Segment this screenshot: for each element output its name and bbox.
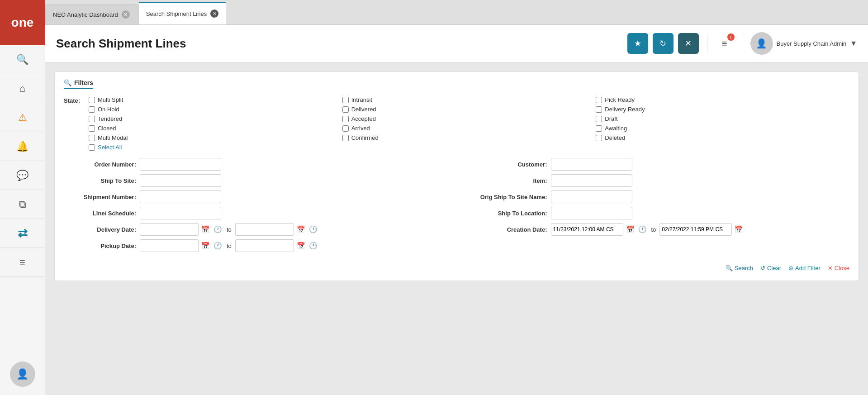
checkbox-deleted[interactable]: Deleted [596,134,849,141]
checkbox-multi-modal[interactable]: Multi Modal [89,134,342,141]
clear-action-button[interactable]: ↺ Clear [760,265,781,271]
checkbox-accepted-input[interactable] [342,116,349,122]
checkbox-pick-ready-input[interactable] [596,97,602,103]
sidebar-item-chat[interactable]: 💬 [0,161,45,190]
checkbox-draft[interactable]: Draft [596,115,849,122]
checkbox-accepted[interactable]: Accepted [342,115,596,122]
tab-search-shipment-label: Search Shipment Lines [146,10,207,17]
creation-date-row: Creation Date: 📅 🕐 to 📅 [466,223,850,236]
add-filter-action-button[interactable]: ⊕ Add Filter [788,265,821,271]
checkbox-on-hold-input[interactable] [89,106,95,113]
item-field[interactable] [551,174,632,187]
checkbox-multi-modal-input[interactable] [89,135,95,141]
tab-neo-dashboard[interactable]: NEO Analytic Dashboard ✕ [45,4,138,24]
pickup-date-calendar-to[interactable]: 📅 [296,241,306,251]
checkbox-multi-split[interactable]: Multi Split [89,96,342,103]
order-number-field[interactable] [140,158,221,171]
checkbox-pick-ready[interactable]: Pick Ready [596,96,849,103]
checkbox-delivery-ready[interactable]: Delivery Ready [596,106,849,113]
creation-date-calendar-from[interactable]: 📅 [625,224,636,234]
pickup-date-to[interactable] [235,239,294,252]
checkbox-confirmed[interactable]: Confirmed [342,134,596,141]
checkbox-awaiting-label: Awaiting [605,125,627,132]
close-action-button[interactable]: ✕ Close [828,265,849,271]
left-fields: Order Number: Ship To Site: Shipment Num… [64,158,448,256]
line-schedule-row: Line/ Schedule: [64,207,448,219]
pickup-date-clock-from[interactable]: 🕐 [213,241,223,251]
pickup-date-clock-to[interactable]: 🕐 [308,241,318,251]
user-dropdown-button[interactable]: ▼ [850,39,857,48]
checkbox-arrived[interactable]: Arrived [342,125,596,132]
sidebar-item-documents[interactable]: ⧉ [0,190,45,219]
checkbox-closed[interactable]: Closed [89,125,342,132]
checkbox-multi-modal-label: Multi Modal [98,134,128,141]
checkbox-awaiting[interactable]: Awaiting [596,125,849,132]
refresh-button[interactable]: ↻ [653,33,674,54]
checkbox-on-hold[interactable]: On Hold [89,106,342,113]
tab-neo-dashboard-label: NEO Analytic Dashboard [53,11,118,18]
search-action-button[interactable]: 🔍 Search [726,265,753,271]
select-all-item[interactable]: Select All [89,144,342,151]
tab-search-shipment[interactable]: Search Shipment Lines ✕ [138,2,226,24]
menu-icon-wrap[interactable]: ≡ 1 [716,34,734,52]
creation-date-calendar-to[interactable]: 📅 [734,224,744,234]
shipment-number-field[interactable] [140,190,221,203]
checkbox-confirmed-label: Confirmed [351,134,379,141]
customer-row: Customer: [466,158,850,171]
delivery-date-to[interactable] [235,223,294,236]
checkbox-confirmed-input[interactable] [342,135,349,141]
sidebar-item-transfer[interactable]: ⇄ [0,219,45,248]
pickup-date-calendar-from[interactable]: 📅 [200,241,211,251]
checkbox-multi-split-input[interactable] [89,97,95,103]
checkbox-closed-label: Closed [98,125,116,132]
checkbox-closed-input[interactable] [89,125,95,132]
checkbox-draft-input[interactable] [596,116,602,122]
user-area: 👤 Buyer Supply Chain Admin ▼ [750,32,858,55]
delivery-date-calendar-to[interactable]: 📅 [296,224,306,234]
checkbox-intransit-input[interactable] [342,97,349,103]
checkbox-intransit[interactable]: Intransit [342,96,596,103]
sidebar-item-menu[interactable]: ≡ [0,248,45,277]
sidebar-item-notifications[interactable]: 🔔 [0,132,45,161]
checkbox-select-all-input[interactable] [89,144,95,151]
creation-date-to[interactable] [659,223,732,236]
tab-search-shipment-close[interactable]: ✕ [210,10,218,18]
line-schedule-field[interactable] [140,207,221,219]
filter-search-icon: 🔍 [64,79,71,86]
select-all-link[interactable]: Select All [98,144,122,151]
delivery-date-clock-from[interactable]: 🕐 [213,224,223,234]
delivery-date-from[interactable] [140,223,199,236]
ship-to-site-field[interactable] [140,174,221,187]
sidebar-user-avatar[interactable]: 👤 [10,362,35,387]
checkbox-arrived-input[interactable] [342,125,349,132]
hamburger-icon: ≡ [722,38,727,49]
creation-date-from[interactable] [551,223,623,236]
checkbox-tendered[interactable]: Tendered [89,115,342,122]
order-number-row: Order Number: [64,158,448,171]
sidebar-item-search[interactable]: 🔍 [0,45,45,74]
checkbox-deleted-input[interactable] [596,135,602,141]
checkbox-delivered[interactable]: Delivered [342,106,596,113]
checkbox-delivery-ready-input[interactable] [596,106,602,113]
checkbox-multi-split-label: Multi Split [98,96,123,103]
favorite-button[interactable]: ★ [627,33,648,54]
shipment-number-row: Shipment Number: [64,190,448,203]
close-page-button[interactable]: ✕ [678,33,699,54]
orig-ship-to-site-name-field[interactable] [551,190,632,203]
checkbox-tendered-input[interactable] [89,116,95,122]
checkbox-delivered-input[interactable] [342,106,349,113]
tabs-bar: NEO Analytic Dashboard ✕ Search Shipment… [45,0,868,25]
delivery-date-calendar-from[interactable]: 📅 [200,224,211,234]
delivery-date-clock-to[interactable]: 🕐 [308,224,318,234]
sidebar-item-warning[interactable]: ⚠ [0,103,45,132]
ship-to-location-field[interactable] [551,207,632,219]
header-actions: ★ ↻ ✕ ≡ 1 👤 Buyer Supply Chain Admin ▼ [627,32,858,55]
sidebar-item-home[interactable]: ⌂ [0,74,45,103]
customer-field[interactable] [551,158,632,171]
creation-date-clock-from[interactable]: 🕐 [637,224,648,234]
checkbox-awaiting-input[interactable] [596,125,602,132]
tab-neo-dashboard-close[interactable]: ✕ [122,10,130,19]
filters-header: 🔍 Filters [64,79,93,89]
state-row: State: Multi Split On Hold [64,96,849,151]
pickup-date-from[interactable] [140,239,199,252]
